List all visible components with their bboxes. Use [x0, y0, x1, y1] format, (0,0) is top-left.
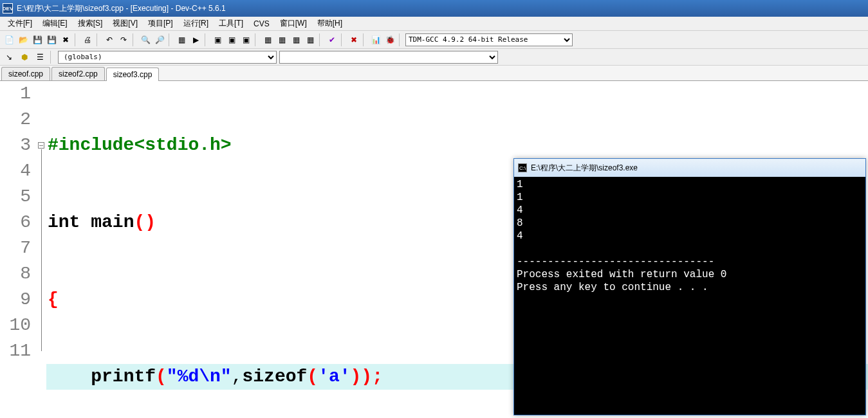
- compile-icon[interactable]: ▦: [175, 33, 188, 46]
- line-number: 3: [0, 132, 31, 158]
- separator: [97, 33, 100, 46]
- grid2-icon[interactable]: ▦: [275, 33, 288, 46]
- profile-icon[interactable]: ▣: [239, 33, 252, 46]
- separator: [319, 33, 323, 46]
- menu-help[interactable]: 帮助[H]: [312, 17, 347, 30]
- line-number: 5: [0, 184, 31, 210]
- line-number: 10: [0, 313, 31, 338]
- grid1-icon[interactable]: ▦: [261, 33, 274, 46]
- new-file-icon[interactable]: 📄: [3, 33, 15, 46]
- console-titlebar[interactable]: C:\ E:\程序\大二上学期\sizeof3.exe: [514, 159, 865, 177]
- separator: [50, 51, 54, 64]
- line-number: 11: [0, 338, 31, 364]
- undo-icon[interactable]: ↶: [103, 33, 116, 46]
- separator: [363, 33, 367, 46]
- fold-column: [37, 81, 46, 415]
- menu-run[interactable]: 运行[R]: [178, 17, 214, 30]
- separator: [205, 33, 208, 46]
- line-number: 4: [0, 158, 31, 184]
- bug-icon[interactable]: 🐞: [383, 33, 396, 46]
- save-all-icon[interactable]: 💾: [45, 33, 58, 46]
- window-title: E:\程序\大二上学期\sizeof3.cpp - [Executing] - …: [17, 3, 226, 14]
- compiler-select[interactable]: TDM-GCC 4.9.2 64-bit Release: [405, 33, 573, 46]
- console-title: E:\程序\大二上学期\sizeof3.exe: [531, 163, 638, 174]
- app-icon: DEV: [3, 3, 13, 14]
- debug-icon[interactable]: ▣: [211, 33, 224, 46]
- console-output: 1 1 4 8 4 ------------------------------…: [514, 177, 865, 295]
- stop-icon[interactable]: ▣: [225, 33, 238, 46]
- goto-icon[interactable]: ↘: [3, 51, 15, 64]
- line-number-gutter: 1 2 3 4 5 6 7 8 9 10 11: [0, 81, 37, 415]
- scope-select[interactable]: (globals): [58, 51, 277, 64]
- print-icon[interactable]: 🖨: [81, 33, 94, 46]
- chart-icon[interactable]: 📊: [369, 33, 382, 46]
- run-icon[interactable]: ▶: [189, 33, 202, 46]
- redo-icon[interactable]: ↷: [117, 33, 130, 46]
- menu-project[interactable]: 项目[P]: [143, 17, 178, 30]
- separator: [75, 33, 78, 46]
- menu-bar: 文件[F] 编辑[E] 搜索[S] 视图[V] 项目[P] 运行[R] 工具[T…: [0, 17, 868, 31]
- fold-line: [41, 149, 42, 351]
- menu-search[interactable]: 搜索[S]: [73, 17, 108, 30]
- replace-icon[interactable]: 🔎: [153, 33, 166, 46]
- check-icon[interactable]: ✔: [326, 33, 338, 46]
- console-icon: C:\: [518, 163, 527, 172]
- tab-sizeof[interactable]: sizeof.cpp: [1, 67, 50, 80]
- fold-toggle-icon[interactable]: [38, 142, 44, 149]
- separator: [255, 33, 259, 46]
- editor-tabs: sizeof.cpp sizeof2.cpp sizeof3.cpp: [0, 66, 868, 81]
- menu-window[interactable]: 窗口[W]: [275, 17, 312, 30]
- separator: [399, 33, 403, 46]
- line-number: 8: [0, 261, 31, 287]
- line-number: 9: [0, 287, 31, 313]
- window-titlebar: DEV E:\程序\大二上学期\sizeof3.cpp - [Executing…: [0, 0, 868, 17]
- line-number: 6: [0, 210, 31, 235]
- main-toolbar: 📄 📂 💾 💾 ✖ 🖨 ↶ ↷ 🔍 🔎 ▦ ▶ ▣ ▣ ▣ ▦ ▦ ▦ ▦ ✔ …: [0, 31, 868, 49]
- line-number: 7: [0, 235, 31, 261]
- separator: [341, 33, 345, 46]
- class-toolbar: ↘ ⬢ ☰ (globals): [0, 49, 868, 66]
- line-number: 2: [0, 107, 31, 132]
- menu-cvs[interactable]: CVS: [248, 18, 275, 30]
- open-file-icon[interactable]: 📂: [17, 33, 30, 46]
- list-icon[interactable]: ☰: [33, 51, 46, 64]
- member-select[interactable]: [279, 51, 498, 64]
- console-window[interactable]: C:\ E:\程序\大二上学期\sizeof3.exe 1 1 4 8 4 --…: [513, 158, 866, 415]
- menu-edit[interactable]: 编辑[E]: [37, 17, 73, 30]
- menu-view[interactable]: 视图[V]: [107, 17, 143, 30]
- tab-sizeof2[interactable]: sizeof2.cpp: [51, 67, 105, 80]
- tab-sizeof3[interactable]: sizeof3.cpp: [106, 68, 160, 81]
- find-icon[interactable]: 🔍: [139, 33, 152, 46]
- bookmark-icon[interactable]: ⬢: [18, 51, 31, 64]
- separator: [133, 33, 136, 46]
- grid4-icon[interactable]: ▦: [304, 33, 317, 46]
- code-line: #include<stdio.h>: [46, 132, 868, 158]
- delete-icon[interactable]: ✖: [347, 33, 360, 46]
- save-icon[interactable]: 💾: [31, 33, 44, 46]
- close-icon[interactable]: ✖: [59, 33, 72, 46]
- menu-file[interactable]: 文件[F]: [3, 17, 37, 30]
- menu-tools[interactable]: 工具[T]: [214, 17, 248, 30]
- grid3-icon[interactable]: ▦: [290, 33, 302, 46]
- separator: [169, 33, 172, 46]
- line-number: 1: [0, 81, 31, 107]
